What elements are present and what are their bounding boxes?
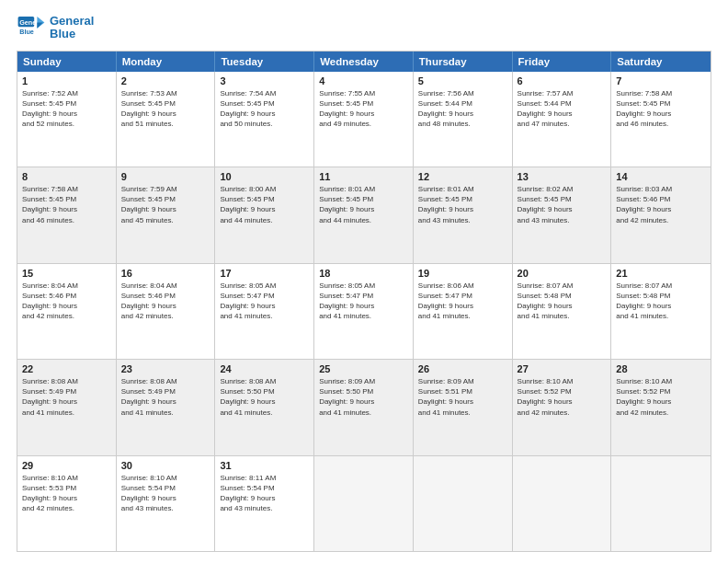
calendar-cell-empty xyxy=(513,456,612,551)
cell-info: Sunrise: 8:01 AMSunset: 5:45 PMDaylight:… xyxy=(418,184,507,225)
calendar-cell: 1Sunrise: 7:52 AMSunset: 5:45 PMDaylight… xyxy=(17,72,117,167)
day-number: 5 xyxy=(418,75,507,86)
calendar-cell: 11Sunrise: 8:01 AMSunset: 5:45 PMDayligh… xyxy=(314,167,414,262)
calendar-cell-empty xyxy=(414,456,513,551)
day-number: 24 xyxy=(220,363,309,374)
calendar-cell-empty xyxy=(611,456,711,551)
day-number: 26 xyxy=(418,363,507,374)
day-number: 2 xyxy=(121,75,210,86)
calendar-day-header: Tuesday xyxy=(215,52,314,72)
day-number: 29 xyxy=(22,460,111,471)
day-number: 30 xyxy=(121,460,210,471)
cell-info: Sunrise: 8:04 AMSunset: 5:46 PMDaylight:… xyxy=(121,281,210,322)
calendar-cell: 29Sunrise: 8:10 AMSunset: 5:53 PMDayligh… xyxy=(17,456,117,551)
calendar-cell: 6Sunrise: 7:57 AMSunset: 5:44 PMDaylight… xyxy=(513,72,612,167)
calendar-cell: 16Sunrise: 8:04 AMSunset: 5:46 PMDayligh… xyxy=(117,264,216,359)
day-number: 31 xyxy=(220,460,309,471)
cell-info: Sunrise: 7:58 AMSunset: 5:45 PMDaylight:… xyxy=(22,184,111,225)
cell-info: Sunrise: 8:10 AMSunset: 5:53 PMDaylight:… xyxy=(22,473,111,514)
day-number: 18 xyxy=(319,268,408,279)
cell-info: Sunrise: 8:08 AMSunset: 5:49 PMDaylight:… xyxy=(22,376,111,418)
calendar-cell: 2Sunrise: 7:53 AMSunset: 5:45 PMDaylight… xyxy=(117,72,216,167)
calendar-day-header: Sunday xyxy=(17,52,117,72)
cell-info: Sunrise: 8:10 AMSunset: 5:52 PMDaylight:… xyxy=(518,376,607,418)
calendar-day-header: Thursday xyxy=(414,52,513,72)
cell-info: Sunrise: 8:06 AMSunset: 5:47 PMDaylight:… xyxy=(418,281,507,322)
calendar-cell: 17Sunrise: 8:05 AMSunset: 5:47 PMDayligh… xyxy=(215,264,314,359)
calendar-body: 1Sunrise: 7:52 AMSunset: 5:45 PMDaylight… xyxy=(17,72,711,551)
calendar: SundayMondayTuesdayWednesdayThursdayFrid… xyxy=(17,51,711,552)
cell-info: Sunrise: 8:10 AMSunset: 5:52 PMDaylight:… xyxy=(616,376,706,418)
calendar-day-header: Saturday xyxy=(611,52,711,72)
cell-info: Sunrise: 8:02 AMSunset: 5:45 PMDaylight:… xyxy=(518,184,607,225)
cell-info: Sunrise: 8:07 AMSunset: 5:48 PMDaylight:… xyxy=(518,281,607,322)
cell-info: Sunrise: 8:01 AMSunset: 5:45 PMDaylight:… xyxy=(319,184,408,225)
calendar-cell: 5Sunrise: 7:56 AMSunset: 5:44 PMDaylight… xyxy=(414,72,513,167)
cell-info: Sunrise: 7:52 AMSunset: 5:45 PMDaylight:… xyxy=(22,88,111,130)
day-number: 16 xyxy=(121,268,210,279)
cell-info: Sunrise: 8:04 AMSunset: 5:46 PMDaylight:… xyxy=(22,281,111,322)
day-number: 7 xyxy=(616,75,706,86)
day-number: 4 xyxy=(319,75,408,86)
day-number: 25 xyxy=(319,363,408,374)
calendar-cell: 22Sunrise: 8:08 AMSunset: 5:49 PMDayligh… xyxy=(17,360,117,454)
day-number: 9 xyxy=(121,171,210,182)
page: General Blue General Blue SundayMondayTu… xyxy=(0,0,728,563)
cell-info: Sunrise: 7:58 AMSunset: 5:45 PMDaylight:… xyxy=(616,88,706,130)
calendar-cell: 21Sunrise: 8:07 AMSunset: 5:48 PMDayligh… xyxy=(611,264,711,359)
day-number: 23 xyxy=(121,363,210,374)
header: General Blue General Blue xyxy=(17,15,711,41)
calendar-week: 15Sunrise: 8:04 AMSunset: 5:46 PMDayligh… xyxy=(17,264,711,360)
calendar-cell: 10Sunrise: 8:00 AMSunset: 5:45 PMDayligh… xyxy=(215,167,314,262)
day-number: 8 xyxy=(22,171,111,182)
day-number: 15 xyxy=(22,268,111,279)
calendar-week: 29Sunrise: 8:10 AMSunset: 5:53 PMDayligh… xyxy=(17,456,711,551)
day-number: 20 xyxy=(518,268,607,279)
calendar-cell-empty xyxy=(314,456,414,551)
calendar-cell: 14Sunrise: 8:03 AMSunset: 5:46 PMDayligh… xyxy=(611,167,711,262)
cell-info: Sunrise: 8:09 AMSunset: 5:51 PMDaylight:… xyxy=(418,376,507,418)
calendar-header: SundayMondayTuesdayWednesdayThursdayFrid… xyxy=(17,52,711,72)
day-number: 3 xyxy=(220,75,309,86)
cell-info: Sunrise: 7:55 AMSunset: 5:45 PMDaylight:… xyxy=(319,88,408,130)
calendar-week: 8Sunrise: 7:58 AMSunset: 5:45 PMDaylight… xyxy=(17,167,711,263)
calendar-cell: 7Sunrise: 7:58 AMSunset: 5:45 PMDaylight… xyxy=(611,72,711,167)
calendar-cell: 13Sunrise: 8:02 AMSunset: 5:45 PMDayligh… xyxy=(513,167,612,262)
day-number: 6 xyxy=(518,75,607,86)
cell-info: Sunrise: 7:53 AMSunset: 5:45 PMDaylight:… xyxy=(121,88,210,130)
cell-info: Sunrise: 8:05 AMSunset: 5:47 PMDaylight:… xyxy=(319,281,408,322)
cell-info: Sunrise: 8:00 AMSunset: 5:45 PMDaylight:… xyxy=(220,184,309,225)
calendar-cell: 3Sunrise: 7:54 AMSunset: 5:45 PMDaylight… xyxy=(215,72,314,167)
cell-info: Sunrise: 8:10 AMSunset: 5:54 PMDaylight:… xyxy=(121,473,210,514)
cell-info: Sunrise: 8:11 AMSunset: 5:54 PMDaylight:… xyxy=(220,473,309,514)
cell-info: Sunrise: 7:56 AMSunset: 5:44 PMDaylight:… xyxy=(418,88,507,130)
cell-info: Sunrise: 8:09 AMSunset: 5:50 PMDaylight:… xyxy=(319,376,408,418)
cell-info: Sunrise: 8:03 AMSunset: 5:46 PMDaylight:… xyxy=(616,184,706,225)
calendar-cell: 28Sunrise: 8:10 AMSunset: 5:52 PMDayligh… xyxy=(611,360,711,454)
day-number: 28 xyxy=(616,363,706,374)
calendar-day-header: Wednesday xyxy=(314,52,414,72)
cell-info: Sunrise: 8:07 AMSunset: 5:48 PMDaylight:… xyxy=(616,281,706,322)
calendar-cell: 20Sunrise: 8:07 AMSunset: 5:48 PMDayligh… xyxy=(513,264,612,359)
calendar-cell: 25Sunrise: 8:09 AMSunset: 5:50 PMDayligh… xyxy=(314,360,414,454)
calendar-day-header: Friday xyxy=(513,52,612,72)
cell-info: Sunrise: 8:05 AMSunset: 5:47 PMDaylight:… xyxy=(220,281,309,322)
calendar-cell: 9Sunrise: 7:59 AMSunset: 5:45 PMDaylight… xyxy=(117,167,216,262)
day-number: 27 xyxy=(518,363,607,374)
day-number: 1 xyxy=(22,75,111,86)
calendar-cell: 19Sunrise: 8:06 AMSunset: 5:47 PMDayligh… xyxy=(414,264,513,359)
day-number: 12 xyxy=(418,171,507,182)
calendar-week: 22Sunrise: 8:08 AMSunset: 5:49 PMDayligh… xyxy=(17,360,711,455)
cell-info: Sunrise: 7:57 AMSunset: 5:44 PMDaylight:… xyxy=(518,88,607,130)
calendar-week: 1Sunrise: 7:52 AMSunset: 5:45 PMDaylight… xyxy=(17,72,711,167)
calendar-cell: 27Sunrise: 8:10 AMSunset: 5:52 PMDayligh… xyxy=(513,360,612,454)
calendar-cell: 30Sunrise: 8:10 AMSunset: 5:54 PMDayligh… xyxy=(117,456,216,551)
calendar-cell: 31Sunrise: 8:11 AMSunset: 5:54 PMDayligh… xyxy=(215,456,314,551)
logo-icon: General Blue xyxy=(17,15,46,40)
day-number: 14 xyxy=(616,171,706,182)
cell-info: Sunrise: 8:08 AMSunset: 5:50 PMDaylight:… xyxy=(220,376,309,418)
cell-info: Sunrise: 7:59 AMSunset: 5:45 PMDaylight:… xyxy=(121,184,210,225)
calendar-day-header: Monday xyxy=(117,52,216,72)
day-number: 17 xyxy=(220,268,309,279)
calendar-cell: 15Sunrise: 8:04 AMSunset: 5:46 PMDayligh… xyxy=(17,264,117,359)
